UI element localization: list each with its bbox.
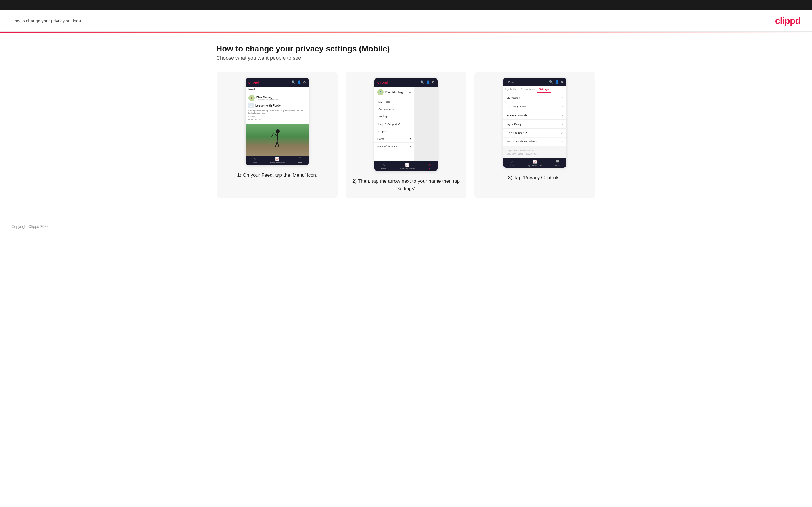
close-icon: ✕: [428, 163, 431, 167]
step-3-card: < Back 🔍 👤 ⚙ My Profile Connections Sett…: [474, 71, 595, 199]
chevron-right-icon-4: ›: [562, 123, 563, 126]
phone2-menu-overlay: 🏌 Blair McHarg ▲ My Profile Connections …: [374, 87, 415, 161]
setting-privacy-controls[interactable]: Privacy Controls ›: [503, 111, 566, 120]
home-icon: ⌂: [254, 157, 256, 161]
chevron-right-icon-2: ›: [562, 105, 563, 108]
golfer-illustration: [268, 128, 286, 151]
setting-my-account[interactable]: My Account ›: [503, 93, 566, 102]
menu-icon-3: ☰: [556, 160, 559, 164]
phone2-nav-home: ⌂ Home: [381, 163, 387, 170]
footer: Copyright Clippd 2022: [0, 216, 812, 237]
page-subheading: Choose what you want people to see: [216, 55, 596, 61]
phone1-feed-tab: Feed: [246, 87, 309, 93]
phone2-menu-logout[interactable]: Logout: [374, 128, 414, 135]
user-icon-3: 👤: [555, 80, 559, 84]
step-2-caption: 2) Then, tap the arrow next to your name…: [352, 177, 460, 192]
setting-my-golf-bag[interactable]: My Golf Bag ›: [503, 120, 566, 129]
settings-icon: ⚙: [303, 80, 306, 84]
logo: clippd: [775, 15, 801, 26]
phone2-logo: clippd: [377, 80, 388, 84]
phone1-lesson-row: 📋 Lesson with Fordy: [248, 103, 306, 108]
svg-line-1: [277, 133, 278, 141]
phone2-user-info: 🏌 Blair McHarg: [377, 89, 403, 95]
copyright-text: Copyright Clippd 2022: [11, 224, 49, 229]
svg-point-0: [276, 129, 280, 133]
chart-icon: 📈: [275, 157, 280, 161]
phone1-golf-image: [246, 124, 309, 156]
tab-connections[interactable]: Connections: [519, 86, 537, 93]
settings-icon-2: ⚙: [432, 80, 435, 84]
phone1-icons: 🔍 👤 ⚙: [292, 80, 306, 84]
phone2-username: Blair McHarg: [385, 91, 403, 94]
phone1-post-sub: Yesterday · Sunningdale: [256, 99, 278, 101]
phone1-duration-value: 01 hr : 30 min: [248, 119, 306, 121]
step-3-caption: 3) Tap 'Privacy Controls'.: [508, 174, 562, 181]
svg-line-3: [271, 133, 274, 137]
phone1-post: 🏌 Blair McHarg Yesterday · Sunningdale 📋…: [246, 93, 309, 124]
settings-icon-3: ⚙: [561, 80, 564, 84]
phone1-lesson-title: Lesson with Fordy: [255, 104, 281, 107]
phone2-menu-my-profile[interactable]: My Profile: [374, 98, 414, 105]
phone-2-screen: clippd 🔍 👤 ⚙ 🏌 Blair McHarg: [374, 78, 438, 171]
phone1-avatar-row: 🏌 Blair McHarg Yesterday · Sunningdale: [248, 95, 306, 101]
phone1-duration: Duration: [248, 115, 306, 117]
phone3-back-button[interactable]: < Back: [506, 81, 514, 83]
phone1-nav-performance: 📈 My Performance: [270, 157, 285, 164]
phone1-nav-home: ⌂ Home: [252, 157, 257, 164]
chart-icon-2: 📈: [405, 163, 409, 167]
phone2-menu-connections[interactable]: Connections: [374, 105, 414, 113]
step-1-card: clippd 🔍 👤 ⚙ Feed 🏌 Blair: [217, 71, 338, 199]
phone2-bottom-nav: ⌂ Home 📈 My Performance ✕ ✕: [374, 161, 438, 171]
phone2-bg-right: [415, 87, 438, 161]
chevron-right-icon: ›: [562, 96, 563, 99]
phone2-section-home[interactable]: Home ▾: [374, 135, 414, 143]
home-icon-2: ⌂: [383, 163, 385, 167]
search-icon-3: 🔍: [549, 80, 553, 84]
svg-line-5: [277, 141, 279, 147]
phone2-icons: 🔍 👤 ⚙: [420, 80, 435, 84]
chevron-down-icon-2: ▾: [410, 145, 411, 148]
phone2-nav-performance: 📈 My Performance: [400, 163, 415, 170]
phone1-lesson-icon: 📋: [248, 103, 254, 108]
tab-settings[interactable]: Settings: [537, 86, 551, 93]
home-icon-3: ⌂: [511, 160, 513, 164]
phone3-header: < Back 🔍 👤 ⚙: [503, 78, 566, 86]
phone1-post-user: Blair McHarg: [256, 96, 278, 99]
top-bar: [0, 0, 812, 10]
chevron-down-icon: ▾: [410, 137, 411, 140]
phone2-section-performance[interactable]: My Performance ▾: [374, 143, 414, 150]
page-heading: How to change your privacy settings (Mob…: [216, 44, 596, 53]
menu-icon: ☰: [299, 157, 302, 161]
setting-data-integrations[interactable]: Data Integrations ›: [503, 102, 566, 111]
external-link-icon: ↗: [561, 131, 563, 134]
phone2-avatar: 🏌: [377, 89, 384, 95]
setting-service-privacy[interactable]: Service & Privacy Policy ↗ ↗: [503, 137, 566, 146]
steps-container: clippd 🔍 👤 ⚙ Feed 🏌 Blair: [216, 71, 596, 199]
phone1-user-info: Blair McHarg Yesterday · Sunningdale: [256, 96, 278, 101]
phone2-chevron-up: ▲: [409, 91, 411, 94]
phone2-nav-close: ✕ ✕: [428, 163, 431, 170]
tab-my-profile[interactable]: My Profile: [503, 86, 519, 93]
phone2-content-area: 🏌 Blair McHarg ▲ My Profile Connections …: [374, 87, 438, 161]
external-link-icon-2: ↗: [561, 140, 563, 143]
user-icon-2: 👤: [426, 80, 430, 84]
phone1-logo: clippd: [248, 80, 259, 84]
phone1-avatar: 🏌: [248, 95, 255, 101]
header: How to change your privacy settings clip…: [0, 10, 812, 32]
phone3-version-info: Clippd Client Version: 2022.8.3-3 GQL Se…: [503, 146, 566, 158]
setting-help-support[interactable]: Help & Support ↗ ↗: [503, 129, 566, 137]
phone-3-screen: < Back 🔍 👤 ⚙ My Profile Connections Sett…: [503, 78, 566, 168]
phone3-nav-menu: ☰ Menu: [555, 160, 560, 166]
phone3-nav-home: ⌂ Home: [509, 160, 515, 166]
svg-line-2: [274, 133, 277, 135]
user-icon: 👤: [297, 80, 301, 84]
search-icon-2: 🔍: [420, 80, 424, 84]
phone1-bottom-nav: ⌂ Home 📈 My Performance ☰ Menu: [246, 156, 309, 165]
phone3-tabs: My Profile Connections Settings: [503, 86, 566, 93]
phone3-nav-performance: 📈 My Performance: [527, 160, 542, 166]
phone3-icons: 🔍 👤 ⚙: [549, 80, 564, 84]
phone2-menu-settings[interactable]: Settings: [374, 113, 414, 120]
phone3-bottom-nav: ⌂ Home 📈 My Performance ☰ Menu: [503, 158, 566, 168]
search-icon: 🔍: [292, 80, 296, 84]
phone2-menu-help[interactable]: Help & Support ↗: [374, 120, 414, 128]
